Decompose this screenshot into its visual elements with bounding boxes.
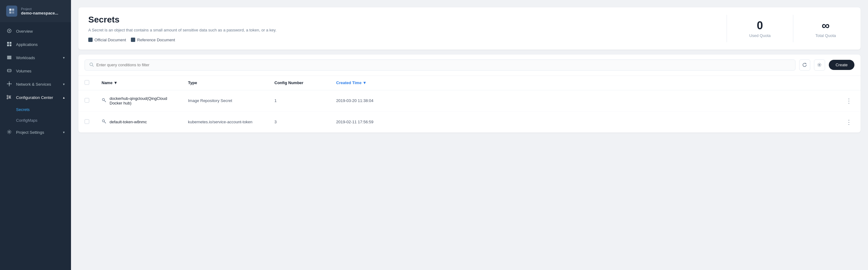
create-button[interactable]: Create	[829, 60, 855, 70]
configuration-chevron-icon: ▴	[63, 96, 65, 100]
search-input[interactable]	[96, 63, 791, 67]
sidebar-item-network-services[interactable]: Network & Services ▾	[0, 78, 71, 91]
row2-more-button[interactable]: ⋮	[843, 117, 855, 127]
sidebar-item-applications[interactable]: Applications	[0, 38, 71, 51]
sidebar-item-overview[interactable]: Overview	[0, 25, 71, 38]
sidebar-sub-configmaps-label: ConfigMaps	[16, 118, 37, 123]
search-icon	[89, 62, 94, 68]
svg-rect-10	[7, 56, 11, 57]
page-description: A Secret is an object that contains a sm…	[88, 27, 719, 33]
applications-icon	[6, 42, 12, 47]
official-doc-icon	[88, 38, 93, 42]
sidebar-header: Project demo-namespace...	[0, 0, 71, 22]
table-toolbar: Create	[79, 55, 861, 76]
project-logo	[6, 5, 17, 16]
select-all-col	[79, 76, 95, 90]
row1-more-button[interactable]: ⋮	[843, 96, 855, 106]
settings-icon	[6, 130, 12, 135]
table-row: default-token-w8nmc kubernetes.io/servic…	[79, 111, 861, 133]
sidebar-item-configuration-label: Configuration Center	[16, 95, 53, 100]
secrets-table: Name ▼ Type Config Number Created Time ▼	[79, 76, 861, 133]
page-title: Secrets	[88, 15, 719, 25]
svg-rect-0	[9, 9, 11, 11]
svg-rect-7	[9, 42, 11, 44]
row2-key-icon	[101, 119, 106, 125]
content-area: Secrets A Secret is an object that conta…	[71, 0, 868, 270]
sidebar-item-configuration[interactable]: Configuration Center ▴	[0, 91, 71, 104]
total-quota-section: ∞ Total Quota	[801, 19, 851, 38]
col-header-type: Type	[182, 76, 268, 90]
col-header-config: Config Number	[268, 76, 330, 90]
svg-line-30	[105, 101, 105, 102]
row1-type: Image Repository Secret	[182, 90, 268, 111]
settings-button[interactable]	[814, 60, 825, 71]
sidebar-item-overview-label: Overview	[16, 29, 33, 34]
svg-rect-11	[7, 57, 11, 58]
sidebar-item-workloads-label: Workloads	[16, 56, 35, 60]
select-all-checkbox[interactable]	[85, 80, 89, 85]
row2-created-time: 2019-02-11 17:56:59	[330, 111, 837, 133]
sidebar-item-volumes[interactable]: Volumes	[0, 64, 71, 78]
page-header-card: Secrets A Secret is an object that conta…	[79, 7, 861, 49]
col-header-name[interactable]: Name ▼	[95, 76, 182, 90]
row2-checkbox[interactable]	[85, 119, 89, 124]
row2-config-number: 3	[268, 111, 330, 133]
svg-point-25	[90, 63, 93, 66]
sidebar-item-workloads[interactable]: Workloads ▾	[0, 51, 71, 64]
project-label: Project	[21, 7, 58, 11]
svg-line-33	[105, 122, 105, 123]
svg-rect-2	[9, 11, 11, 13]
svg-point-16	[9, 82, 10, 82]
svg-rect-12	[7, 58, 11, 59]
reference-doc-icon	[131, 38, 135, 42]
sidebar: Project demo-namespace... Overview Appli…	[0, 0, 71, 270]
svg-rect-6	[7, 42, 9, 44]
svg-rect-3	[12, 11, 14, 13]
used-quota-label: Used Quota	[749, 33, 771, 38]
volumes-icon	[6, 68, 12, 74]
svg-point-15	[9, 83, 10, 85]
col-header-actions	[837, 76, 861, 90]
row2-name[interactable]: default-token-w8nmc	[110, 120, 147, 124]
workloads-icon	[6, 55, 12, 61]
sidebar-sub-secrets-label: Secrets	[16, 107, 30, 112]
sidebar-item-project-settings[interactable]: Project Settings ▾	[0, 126, 71, 139]
svg-rect-8	[7, 44, 9, 46]
header-divider-2	[793, 15, 793, 42]
overview-icon	[6, 28, 12, 34]
row2-checkbox-cell	[79, 111, 95, 133]
header-divider	[726, 15, 727, 42]
project-name: demo-namespace...	[21, 11, 58, 15]
row1-name[interactable]: dockerhub-qingcloud(QingCloud Docker hub…	[110, 96, 176, 105]
sidebar-item-applications-label: Applications	[16, 42, 38, 47]
svg-line-26	[92, 65, 94, 67]
project-settings-chevron-icon: ▾	[63, 130, 65, 134]
main-content: Secrets A Secret is an object that conta…	[71, 0, 868, 270]
svg-rect-1	[12, 9, 14, 11]
row1-actions: ⋮	[837, 90, 861, 111]
sidebar-item-project-settings-label: Project Settings	[16, 130, 44, 135]
svg-point-28	[102, 98, 105, 100]
official-doc-link[interactable]: Official Document	[88, 38, 126, 42]
official-doc-label: Official Document	[94, 38, 126, 42]
used-quota-value: 0	[749, 19, 771, 32]
sidebar-item-network-label: Network & Services	[16, 82, 51, 87]
svg-point-5	[9, 30, 10, 31]
svg-rect-9	[9, 44, 11, 46]
workloads-chevron-icon: ▾	[63, 56, 65, 60]
row1-config-number: 1	[268, 90, 330, 111]
table-header-row: Name ▼ Type Config Number Created Time ▼	[79, 76, 861, 90]
svg-point-27	[819, 64, 820, 66]
refresh-button[interactable]	[799, 60, 810, 71]
svg-point-24	[9, 131, 10, 133]
svg-point-31	[102, 120, 105, 122]
name-sort-icon: ▼	[114, 80, 118, 85]
table-section: Create Name ▼ Type	[79, 55, 861, 133]
row2-name-cell: default-token-w8nmc	[95, 111, 182, 133]
sidebar-sub-secrets[interactable]: Secrets	[0, 104, 71, 115]
row1-checkbox[interactable]	[85, 98, 89, 103]
reference-doc-link[interactable]: Reference Document	[131, 38, 175, 42]
col-header-created[interactable]: Created Time ▼	[330, 76, 837, 90]
configuration-icon	[6, 95, 12, 100]
sidebar-sub-configmaps[interactable]: ConfigMaps	[0, 115, 71, 126]
